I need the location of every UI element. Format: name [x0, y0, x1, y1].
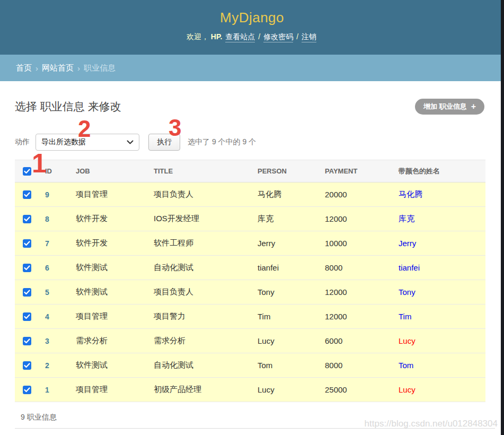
row-title: 项目警力 [146, 304, 250, 329]
row-title: 软件工程师 [146, 231, 250, 256]
row-id-link[interactable]: 6 [45, 264, 49, 272]
colored-name-link[interactable]: 马化腾 [399, 189, 422, 198]
view-site-link[interactable]: 查看站点 [225, 32, 255, 42]
change-password-link[interactable]: 修改密码 [263, 32, 293, 42]
col-header-colored-name[interactable]: 带颜色的姓名 [391, 160, 485, 182]
breadcrumb-current: 职业信息 [84, 63, 116, 73]
row-job: 软件开发 [68, 207, 146, 231]
check-icon [24, 314, 30, 319]
row-checkbox[interactable] [23, 190, 31, 199]
table-row: 4 项目管理 项目警力 Tim 12000 Tim [15, 304, 485, 329]
page-title: 选择 职业信息 来修改 [15, 99, 121, 114]
action-select[interactable]: 导出所选数据 [36, 134, 139, 151]
table-row: 9 项目管理 项目负责人 马化腾 20000 马化腾 [15, 182, 485, 207]
row-person: Jerry [250, 231, 317, 256]
row-title: 初级产品经理 [146, 378, 250, 402]
row-person: Lucy [250, 329, 317, 353]
row-person: 库克 [250, 207, 317, 231]
row-checkbox[interactable] [23, 386, 31, 394]
row-checkbox[interactable] [23, 239, 31, 248]
row-id-link[interactable]: 3 [45, 337, 49, 345]
row-checkbox[interactable] [23, 264, 31, 272]
row-id-link[interactable]: 8 [45, 215, 49, 223]
link-separator: / [258, 32, 260, 41]
colored-name-link[interactable]: Tim [399, 312, 411, 321]
row-checkbox[interactable] [23, 312, 31, 321]
brand-title: MyDjango [0, 10, 504, 26]
colored-name-link[interactable]: Jerry [399, 239, 416, 248]
actions-label: 动作 [15, 137, 30, 147]
row-job: 软件测试 [68, 280, 146, 304]
scrollbar[interactable] [501, 0, 504, 435]
col-header-title[interactable]: TITLE [146, 160, 250, 182]
table-row: 6 软件测试 自动化测试 tianfei 8000 tianfei [15, 256, 485, 280]
row-job: 项目管理 [68, 182, 146, 207]
add-object-button[interactable]: 增加 职业信息 + [415, 99, 484, 115]
check-icon [24, 216, 30, 222]
row-checkbox[interactable] [23, 288, 31, 297]
row-title: 自动化测试 [146, 353, 250, 378]
row-id-link[interactable]: 5 [45, 288, 49, 297]
link-separator: / [296, 32, 298, 41]
check-icon [24, 169, 30, 174]
row-id-link[interactable]: 9 [45, 190, 49, 199]
row-id-link[interactable]: 1 [45, 386, 49, 394]
row-id-link[interactable]: 7 [45, 239, 49, 248]
check-icon [24, 290, 30, 295]
table-row: 3 需求分析 需求分析 Lucy 6000 Lucy [15, 329, 485, 353]
check-icon [24, 338, 30, 344]
row-job: 软件测试 [68, 256, 146, 280]
check-icon [24, 363, 30, 368]
action-select-value: 导出所选数据 [41, 137, 86, 147]
selection-status: 选中了 9 个中的 9 个 [188, 137, 256, 147]
row-person: Tom [250, 353, 317, 378]
row-title: 自动化测试 [146, 256, 250, 280]
add-button-label: 增加 职业信息 [423, 102, 467, 111]
row-title: IOS开发经理 [146, 207, 250, 231]
user-tools: 欢迎， HP. 查看站点/修改密码/注销 [0, 32, 504, 42]
username: HP. [211, 32, 223, 41]
row-payment: 8000 [317, 353, 391, 378]
col-header-id[interactable]: ID [37, 160, 68, 182]
breadcrumb-separator: › [36, 64, 38, 73]
colored-name-link[interactable]: 库克 [399, 214, 414, 223]
colored-name-link[interactable]: Lucy [399, 385, 415, 394]
row-job: 项目管理 [68, 378, 146, 402]
execute-button[interactable]: 执行 [148, 134, 180, 151]
row-payment: 10000 [317, 231, 391, 256]
colored-name-link[interactable]: tianfei [399, 263, 420, 272]
chevron-down-icon [127, 140, 134, 144]
check-icon [24, 265, 30, 271]
table-header-row: ID JOB TITLE PERSON PAYMENT 带颜色的姓名 [15, 160, 485, 182]
row-person: Lucy [250, 378, 317, 402]
row-checkbox[interactable] [23, 337, 31, 345]
breadcrumb: 首页 › 网站首页 › 职业信息 [0, 55, 504, 81]
row-job: 软件测试 [68, 353, 146, 378]
row-id-link[interactable]: 2 [45, 361, 49, 370]
col-header-payment[interactable]: PAYMENT [317, 160, 391, 182]
row-person: 马化腾 [250, 182, 317, 207]
col-header-job[interactable]: JOB [68, 160, 146, 182]
breadcrumb-home[interactable]: 首页 [16, 63, 32, 73]
row-person: Tony [250, 280, 317, 304]
select-all-checkbox[interactable] [23, 167, 31, 176]
table-row: 7 软件开发 软件工程师 Jerry 10000 Jerry [15, 231, 485, 256]
breadcrumb-site-home[interactable]: 网站首页 [42, 63, 74, 73]
row-payment: 25000 [317, 378, 391, 402]
row-checkbox[interactable] [23, 215, 31, 223]
table-row: 8 软件开发 IOS开发经理 库克 12000 库克 [15, 207, 485, 231]
title-row: 选择 职业信息 来修改 增加 职业信息 + [15, 99, 484, 115]
colored-name-link[interactable]: Tony [399, 288, 415, 297]
row-checkbox[interactable] [23, 361, 31, 370]
row-title: 项目负责人 [146, 182, 250, 207]
col-header-person[interactable]: PERSON [250, 160, 317, 182]
colored-name-link[interactable]: Tom [399, 361, 413, 370]
row-job: 需求分析 [68, 329, 146, 353]
colored-name-link[interactable]: Lucy [399, 336, 415, 345]
row-payment: 12000 [317, 207, 391, 231]
row-job: 软件开发 [68, 231, 146, 256]
logout-link[interactable]: 注销 [302, 32, 316, 42]
table-row: 2 软件测试 自动化测试 Tom 8000 Tom [15, 353, 485, 378]
watermark-text: https://blog.csdn.net/u012848304 [365, 419, 498, 429]
row-id-link[interactable]: 4 [45, 312, 49, 321]
